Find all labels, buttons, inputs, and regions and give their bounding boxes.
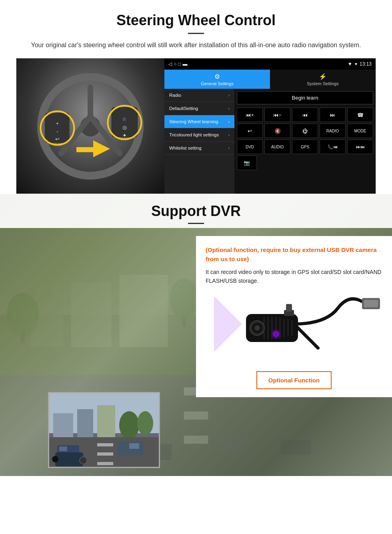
back-icon[interactable]: ◁ bbox=[168, 61, 172, 67]
dvr-info-box: (Optional function, require to buy exter… bbox=[196, 236, 392, 397]
photo-background: + - ↩ ☆ ◎ ✦ bbox=[16, 58, 164, 194]
svg-point-47 bbox=[52, 456, 58, 462]
settings-gear-icon: ⚙ bbox=[214, 73, 220, 80]
svg-rect-61 bbox=[286, 304, 292, 312]
svg-rect-28 bbox=[281, 440, 311, 455]
control-row-3: DVD AUDIO GPS 📞⏮ ⏭⏭ bbox=[237, 140, 373, 154]
svg-rect-45 bbox=[59, 446, 67, 451]
camera-button[interactable]: 📷 bbox=[237, 156, 257, 170]
svg-text:↩: ↩ bbox=[55, 136, 60, 142]
dvd-button[interactable]: DVD bbox=[237, 140, 263, 154]
svg-rect-20 bbox=[71, 283, 112, 347]
svg-text:◎: ◎ bbox=[122, 125, 127, 130]
dvr-title-area: Support DVR bbox=[0, 194, 392, 228]
svg-rect-31 bbox=[21, 331, 25, 343]
dvr-device-illustration bbox=[206, 292, 382, 364]
menu-item-whitelist[interactable]: Whitelist setting › bbox=[164, 142, 234, 155]
dvr-section: Support DVR bbox=[0, 194, 392, 476]
menu-list: Radio › DefaultSetting › Steering Wheel … bbox=[164, 89, 234, 194]
dvr-divider bbox=[188, 223, 204, 224]
svg-rect-35 bbox=[53, 413, 73, 441]
section-subtitle: Your original car's steering wheel contr… bbox=[16, 40, 376, 50]
chevron-right-icon: › bbox=[228, 146, 230, 150]
statusbar-time: 13:13 bbox=[360, 61, 372, 67]
title-divider bbox=[188, 33, 204, 34]
vol-up-button[interactable]: ⏮+ bbox=[237, 108, 263, 122]
svg-rect-41 bbox=[97, 443, 113, 446]
optional-function-button[interactable]: Optional Function bbox=[256, 371, 332, 389]
svg-text:+: + bbox=[56, 121, 59, 126]
dvr-device-svg bbox=[206, 292, 382, 364]
android-tabs: ⚙ General Settings ⚡ System Settings bbox=[164, 70, 376, 89]
phone-next-button[interactable]: ⏭⏭ bbox=[347, 140, 373, 154]
steering-section: Steering Wheel Control Your original car… bbox=[0, 0, 392, 194]
phone-prev-button[interactable]: 📞⏮ bbox=[320, 140, 346, 154]
recents-icon[interactable]: □ bbox=[178, 61, 181, 67]
chevron-right-icon: › bbox=[228, 120, 230, 124]
control-row-1: ⏮+ ⏮− ⏮ ⏭ ☎ bbox=[237, 108, 373, 122]
tab-general-label: General Settings bbox=[201, 81, 234, 86]
dvr-optional-warning: (Optional function, require to buy exter… bbox=[206, 246, 382, 264]
menu-item-tricoloured[interactable]: Tricoloured light settings › bbox=[164, 128, 234, 142]
next-button[interactable]: ⏭ bbox=[320, 108, 346, 122]
thumbnail-svg bbox=[49, 393, 160, 468]
statusbar-nav-icons: ◁ ○ □ ▬ bbox=[168, 61, 188, 67]
svg-rect-27 bbox=[220, 436, 248, 451]
svg-rect-50 bbox=[129, 443, 139, 449]
menu-item-steering-wheel-learning[interactable]: Steering Wheel learning › bbox=[164, 115, 234, 128]
svg-rect-19 bbox=[120, 274, 168, 347]
dvr-thumbnail bbox=[48, 392, 160, 468]
menu-item-radio[interactable]: Radio › bbox=[164, 89, 234, 102]
chevron-right-icon: › bbox=[228, 106, 230, 111]
svg-point-48 bbox=[80, 457, 87, 464]
android-statusbar: ◁ ○ □ ▬ ▼ ▾ 13:13 bbox=[164, 58, 376, 70]
mute-button[interactable]: 🔇 bbox=[264, 124, 290, 138]
phone-button[interactable]: ☎ bbox=[347, 108, 373, 122]
control-panel: Begin learn ⏮+ ⏮− ⏮ ⏭ ☎ ↩ 🔇 ⏻ bbox=[234, 89, 376, 194]
prev-button[interactable]: ⏮ bbox=[292, 108, 318, 122]
steering-panel: + - ↩ ☆ ◎ ✦ bbox=[16, 58, 376, 194]
svg-rect-37 bbox=[97, 405, 115, 441]
vol-down-button[interactable]: ⏮− bbox=[264, 108, 290, 122]
svg-rect-43 bbox=[97, 462, 113, 465]
chevron-right-icon: › bbox=[228, 93, 230, 98]
begin-learn-button[interactable]: Begin learn bbox=[237, 91, 373, 104]
svg-rect-46 bbox=[55, 452, 83, 466]
svg-point-30 bbox=[7, 293, 39, 337]
svg-rect-16 bbox=[76, 147, 94, 152]
svg-text:✦: ✦ bbox=[122, 133, 127, 138]
mode-button[interactable]: MODE bbox=[347, 124, 373, 138]
tab-system-settings[interactable]: ⚡ System Settings bbox=[270, 70, 376, 89]
android-ui: ◁ ○ □ ▬ ▼ ▾ 13:13 ⚙ General Settings ⚡ bbox=[164, 58, 376, 194]
control-row-2: ↩ 🔇 ⏻ RADIO MODE bbox=[237, 124, 373, 138]
gps-button[interactable]: GPS bbox=[292, 140, 318, 154]
svg-rect-36 bbox=[77, 409, 93, 441]
begin-learn-row: Begin learn bbox=[237, 91, 373, 104]
power-button[interactable]: ⏻ bbox=[292, 124, 318, 138]
svg-point-57 bbox=[254, 325, 260, 331]
steering-photo: + - ↩ ☆ ◎ ✦ bbox=[16, 58, 164, 194]
menu-item-defaultsetting[interactable]: DefaultSetting › bbox=[164, 102, 234, 115]
svg-point-32 bbox=[170, 279, 198, 319]
svg-point-39 bbox=[137, 411, 153, 435]
svg-text:-: - bbox=[56, 129, 58, 134]
audio-button[interactable]: AUDIO bbox=[264, 140, 290, 154]
back-call-button[interactable]: ↩ bbox=[237, 124, 263, 138]
tab-general-settings[interactable]: ⚙ General Settings bbox=[164, 70, 270, 89]
home-icon[interactable]: ○ bbox=[174, 61, 176, 67]
svg-marker-15 bbox=[93, 140, 110, 157]
radio-button[interactable]: RADIO bbox=[320, 124, 346, 138]
wifi-icon: ▾ bbox=[355, 61, 357, 67]
tab-system-label: System Settings bbox=[307, 81, 338, 86]
control-row-4: 📷 bbox=[237, 156, 373, 170]
svg-point-38 bbox=[119, 411, 139, 439]
optional-function-area: Optional Function bbox=[206, 368, 382, 389]
svg-text:☆: ☆ bbox=[122, 116, 127, 122]
svg-rect-24 bbox=[184, 412, 208, 420]
steering-wheel-diagram: + - ↩ ☆ ◎ ✦ bbox=[34, 70, 146, 182]
svg-rect-33 bbox=[182, 317, 186, 327]
signal-icon: ▼ bbox=[348, 61, 352, 67]
system-icon: ⚡ bbox=[319, 73, 327, 80]
dvr-title: Support DVR bbox=[8, 203, 384, 220]
menu-icon[interactable]: ▬ bbox=[183, 61, 188, 67]
